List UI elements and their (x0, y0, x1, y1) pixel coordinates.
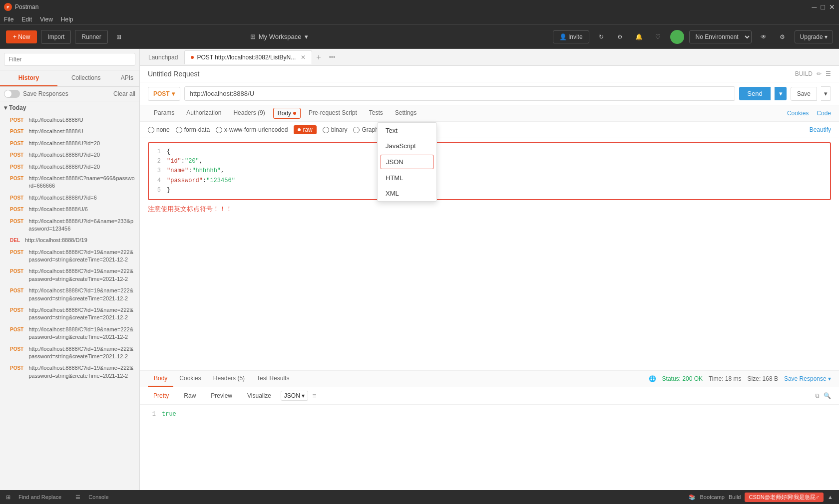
environment-select[interactable]: No Environment (689, 30, 752, 43)
runner-button[interactable]: Runner (75, 30, 107, 44)
wrap-icon[interactable]: ≡ (312, 392, 316, 400)
req-tab-body[interactable]: Body (273, 108, 301, 119)
list-item[interactable]: DEL http://localhost:8888/D/19 (0, 235, 139, 246)
list-item[interactable]: POST http://localhost:8888/U?id=20 (0, 149, 139, 161)
search-icon[interactable]: 🔍 (824, 392, 831, 399)
copy-icon[interactable]: ⧉ (815, 392, 820, 399)
menu-help[interactable]: Help (61, 16, 73, 23)
save-button[interactable]: Save (791, 87, 817, 101)
dropdown-item-xml[interactable]: XML (378, 186, 436, 201)
radio-formdata[interactable]: form-data (176, 126, 210, 133)
tab-collections[interactable]: Collections (57, 70, 115, 86)
send-dropdown-button[interactable]: ▾ (775, 87, 787, 100)
radio-raw[interactable]: raw (294, 125, 316, 134)
code-editor-box[interactable]: 1 { 2 "id":"20", 3 "name":"hhhhhh", 4 (148, 142, 831, 200)
search-input[interactable] (4, 53, 135, 66)
tab-launchpad[interactable]: Launchpad (142, 50, 184, 64)
invite-button[interactable]: 👤 Invite (553, 30, 589, 43)
save-responses-toggle[interactable]: Save Responses (4, 90, 68, 98)
tab-history[interactable]: History (0, 70, 57, 86)
comment-icon[interactable]: ☰ (826, 70, 831, 77)
cookies-link[interactable]: Cookies (787, 110, 809, 117)
list-item[interactable]: POST http://localhost:8888/U?id=20 (0, 161, 139, 173)
method-selector[interactable]: POST ▾ (148, 87, 180, 101)
url-input[interactable] (184, 86, 736, 101)
env-manage-icon[interactable]: ⚙ (776, 30, 790, 44)
req-tab-tests[interactable]: Tests (363, 105, 389, 121)
env-settings-icon[interactable]: 👁 (757, 30, 771, 44)
clear-all-button[interactable]: Clear all (113, 90, 135, 97)
console-button[interactable]: Console (88, 494, 108, 500)
edit-icon[interactable]: ✏ (817, 70, 822, 77)
response-tab-test-results[interactable]: Test Results (251, 371, 295, 387)
list-item[interactable]: POST http://localhost:8888/C?id=19&name=… (0, 304, 139, 324)
list-item[interactable]: POST http://localhost:8888/U?id=6&name=2… (0, 216, 139, 235)
response-tab-body[interactable]: Body (148, 371, 173, 387)
response-tab-headers[interactable]: Headers (5) (207, 371, 251, 387)
sync-icon[interactable]: ↻ (594, 30, 608, 44)
csdn-button[interactable]: CSDN@老师好啊!我是急屁♂ (745, 493, 824, 502)
menu-file[interactable]: File (4, 16, 13, 23)
list-item[interactable]: POST http://localhost:8888/C?id=19&name=… (0, 324, 139, 343)
format-visualize[interactable]: Visualize (242, 390, 277, 401)
import-button[interactable]: Import (41, 30, 71, 44)
list-item[interactable]: POST http://localhost:8888/C?id=19&name=… (0, 247, 139, 266)
tab-request[interactable]: POST http://localhost:8082/ListByN... ✕ (184, 50, 312, 64)
req-tab-settings[interactable]: Settings (389, 105, 422, 121)
list-item[interactable]: POST http://localhost:8888/C?id=19&name=… (0, 362, 139, 382)
heart-icon[interactable]: ♡ (651, 30, 665, 44)
close-button[interactable]: ✕ (829, 3, 835, 11)
history-section-header[interactable]: ▾ Today (0, 101, 139, 114)
send-button[interactable]: Send (739, 87, 770, 100)
response-tab-cookies[interactable]: Cookies (173, 371, 207, 387)
save-dropdown-button[interactable]: ▾ (821, 86, 831, 101)
menu-view[interactable]: View (40, 16, 53, 23)
req-tab-headers[interactable]: Headers (9) (227, 105, 271, 121)
list-item[interactable]: POST http://localhost:8888/U?id=20 (0, 138, 139, 149)
avatar[interactable] (670, 30, 684, 44)
settings-icon[interactable]: ⚙ (613, 30, 627, 44)
req-tab-prerequest[interactable]: Pre-request Script (303, 105, 363, 121)
up-icon[interactable]: ▲ (828, 494, 833, 500)
dropdown-item-javascript[interactable]: JavaScript (378, 138, 436, 154)
notification-icon[interactable]: 🔔 (632, 30, 646, 44)
radio-urlencoded[interactable]: x-www-form-urlencoded (216, 126, 288, 133)
code-link[interactable]: Code (817, 110, 831, 117)
json-format-select[interactable]: JSON ▾ (281, 391, 308, 401)
list-item[interactable]: POST http://localhost:8888/U (0, 114, 139, 126)
list-item[interactable]: POST http://localhost:8888/C?name=666&pa… (0, 173, 139, 192)
dropdown-item-html[interactable]: HTML (378, 170, 436, 186)
format-preview[interactable]: Preview (205, 390, 238, 401)
radio-binary[interactable]: binary (323, 126, 348, 133)
save-response-button[interactable]: Save Response ▾ (784, 375, 831, 382)
req-tab-params[interactable]: Params (148, 105, 180, 121)
history-list: POST http://localhost:8888/U POST http:/… (0, 114, 139, 490)
list-item[interactable]: POST http://localhost:8888/C?id=19&name=… (0, 343, 139, 363)
list-item[interactable]: POST http://localhost:8888/C?id=19&name=… (0, 265, 139, 285)
list-item[interactable]: POST http://localhost:8888/U (0, 126, 139, 137)
new-button[interactable]: + New (6, 30, 37, 43)
find-replace-button[interactable]: Find and Replace (18, 494, 61, 500)
format-raw[interactable]: Raw (178, 390, 201, 401)
toggle-switch[interactable] (4, 90, 20, 98)
dropdown-item-text[interactable]: Text (378, 123, 436, 138)
add-tab-button[interactable]: + (312, 51, 325, 64)
format-pretty[interactable]: Pretty (148, 390, 174, 401)
minimize-button[interactable]: ─ (812, 3, 817, 11)
maximize-button[interactable]: □ (821, 3, 825, 11)
req-tab-authorization[interactable]: Authorization (180, 105, 227, 121)
workspace-selector[interactable]: ⊞ My Workspace ▾ (250, 33, 308, 40)
dropdown-item-json[interactable]: JSON (381, 155, 433, 169)
layout-icon[interactable]: ⊞ (112, 30, 126, 44)
list-item[interactable]: POST http://localhost:8888/U/6 (0, 204, 139, 215)
beautify-button[interactable]: Beautify (810, 126, 831, 133)
more-tabs-button[interactable]: ••• (325, 52, 340, 63)
tab-apis[interactable]: APIs (115, 70, 139, 86)
radio-none[interactable]: none (148, 126, 170, 133)
close-tab-icon[interactable]: ✕ (301, 54, 306, 61)
list-item[interactable]: POST http://localhost:8888/C?id=19&name=… (0, 285, 139, 304)
bootcamp-label[interactable]: Bootcamp (700, 494, 725, 500)
list-item[interactable]: POST http://localhost:8888/U?id=6 (0, 192, 139, 204)
upgrade-button[interactable]: Upgrade ▾ (795, 30, 833, 43)
menu-edit[interactable]: Edit (21, 16, 32, 23)
